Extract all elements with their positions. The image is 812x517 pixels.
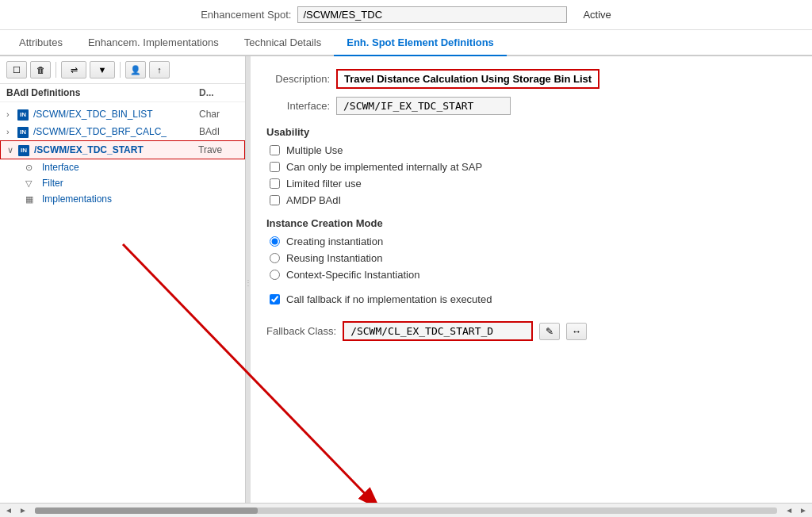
fallback-checkbox-label: Call fallback if no implementation is ex… <box>286 293 492 305</box>
fallback-checkbox[interactable] <box>270 294 280 304</box>
tree-item-bin-list[interactable]: › IN /SCWM/EX_TDC_BIN_LIST Char <box>0 105 245 123</box>
toolbar-up-btn[interactable]: ↑ <box>149 61 170 79</box>
reusing-label: Reusing Instantiation <box>286 252 382 264</box>
fallback-class-label: Fallback Class: <box>266 325 336 337</box>
right-panel: Description: Travel Distance Calculation… <box>251 56 812 508</box>
checkbox-limited-filter[interactable]: Limited filter use <box>266 178 796 190</box>
expand-icon-tdc-start: ∨ <box>7 145 18 155</box>
context-specific-label: Context-Specific Instantiation <box>286 269 419 281</box>
badi-icon-brf-calc: IN <box>17 125 30 138</box>
tree-header: BAdI Definitions D... <box>0 84 245 102</box>
limited-filter-checkbox[interactable] <box>270 178 280 189</box>
interface-label: Interface: <box>266 100 330 112</box>
multiple-use-label: Multiple Use <box>286 144 343 156</box>
fallback-edit-btn[interactable]: ✎ <box>539 323 560 340</box>
description-row: Description: Travel Distance Calculation… <box>266 69 796 89</box>
enhancement-spot-label: Enhancement Spot: <box>201 9 291 21</box>
tree-toolbar: ☐ 🗑 ⇌ ▼ 👤 ↑ <box>0 56 245 84</box>
tree-child-filter[interactable]: ▽ Filter <box>0 175 245 191</box>
badi-icon-tdc-start: IN <box>18 144 31 156</box>
multiple-use-checkbox[interactable] <box>270 145 280 155</box>
toolbar-new-btn[interactable]: ☐ <box>6 61 27 79</box>
tree-item-brf-calc[interactable]: › IN /SCWM/EX_TDC_BRF_CALC_ BAdI <box>0 123 245 140</box>
radio-reusing[interactable]: Reusing Instantiation <box>266 252 796 264</box>
context-specific-radio[interactable] <box>270 270 280 280</box>
description-value: Travel Distance Calculation Using Storag… <box>336 69 599 89</box>
tree-child-implementations[interactable]: ▦ Implementations <box>0 191 245 207</box>
toolbar-copy-btn[interactable]: ⇌ <box>61 61 86 79</box>
checkbox-amdp-badi[interactable]: AMDP BAdI <box>266 194 796 206</box>
toolbar-dropdown-btn[interactable]: ▼ <box>90 61 115 79</box>
tree-item-tdc-start[interactable]: ∨ IN /SCWM/EX_TDC_START Trave <box>0 140 245 159</box>
creating-label: Creating instantiation <box>286 236 383 247</box>
tree-child-label-implementations: Implementations <box>42 193 112 205</box>
filter-icon: ▽ <box>25 178 40 189</box>
tree-child-label-filter: Filter <box>42 178 63 189</box>
tree-label-bin-list: /SCWM/EX_TDC_BIN_LIST <box>33 109 199 120</box>
amdp-badi-checkbox[interactable] <box>270 195 280 205</box>
tree-col2-tdc-start: Trave <box>198 144 238 155</box>
fallback-class-row: Fallback Class: /SCWM/CL_EX_TDC_START_D … <box>266 321 796 341</box>
left-panel: ☐ 🗑 ⇌ ▼ 👤 ↑ BAdI Definitions D... › IN <box>0 56 246 508</box>
nav-left2-btn[interactable]: ◄ <box>783 506 795 515</box>
description-label: Description: <box>266 73 330 85</box>
tree-col2-header: D... <box>199 87 239 98</box>
top-bar: Enhancement Spot: Active <box>0 0 812 30</box>
nav-right2-btn[interactable]: ► <box>798 506 809 515</box>
toolbar-user-btn[interactable]: 👤 <box>125 61 146 79</box>
enhancement-spot-input[interactable] <box>297 6 567 23</box>
expand-icon-bin-list: › <box>6 109 17 119</box>
amdp-badi-label: AMDP BAdI <box>286 194 341 206</box>
tree-area: › IN /SCWM/EX_TDC_BIN_LIST Char › IN /SC… <box>0 102 245 508</box>
tab-bar: Attributes Enhancem. Implementations Tec… <box>0 30 812 56</box>
tree-col2-brf-calc: BAdI <box>199 126 239 137</box>
toolbar-delete-btn[interactable]: 🗑 <box>30 61 51 79</box>
tab-attributes[interactable]: Attributes <box>6 30 75 56</box>
implementations-icon: ▦ <box>25 194 40 205</box>
tree-col2-bin-list: Char <box>199 109 239 120</box>
nav-left-btn[interactable]: ◄ <box>3 506 14 515</box>
status-badge: Active <box>583 9 611 21</box>
tab-enhancem-impl[interactable]: Enhancem. Implementations <box>75 30 232 56</box>
limited-filter-label: Limited filter use <box>286 178 362 190</box>
interface-icon: ⊙ <box>25 163 40 173</box>
tab-enh-spot-element[interactable]: Enh. Spot Element Definitions <box>334 30 507 56</box>
internal-only-label: Can only be implemented internally at SA… <box>286 161 482 173</box>
internal-only-checkbox[interactable] <box>270 162 280 172</box>
reusing-radio[interactable] <box>270 253 280 263</box>
tree-col1-header: BAdI Definitions <box>6 87 199 98</box>
tab-technical-details[interactable]: Technical Details <box>232 30 335 56</box>
fallback-nav-btn[interactable]: ↔ <box>566 323 587 340</box>
expand-icon-brf-calc: › <box>6 127 17 136</box>
usability-heading: Usability <box>266 126 796 138</box>
radio-context-specific[interactable]: Context-Specific Instantiation <box>266 269 796 281</box>
checkbox-multiple-use[interactable]: Multiple Use <box>266 144 796 156</box>
tree-label-tdc-start: /SCWM/EX_TDC_START <box>34 144 198 155</box>
checkbox-internal-only[interactable]: Can only be implemented internally at SA… <box>266 161 796 173</box>
interface-row: Interface: /SCWM/IF_EX_TDC_START <box>266 97 796 115</box>
bottom-bar: ◄ ► ◄ ► <box>0 503 812 517</box>
creating-radio[interactable] <box>270 236 280 247</box>
tree-label-brf-calc: /SCWM/EX_TDC_BRF_CALC_ <box>33 126 199 137</box>
tree-child-label-interface: Interface <box>42 162 79 173</box>
fallback-class-value: /SCWM/CL_EX_TDC_START_D <box>343 321 533 341</box>
radio-creating[interactable]: Creating instantiation <box>266 236 796 247</box>
tree-child-interface[interactable]: ⊙ Interface <box>0 159 245 175</box>
fallback-checkbox-row[interactable]: Call fallback if no implementation is ex… <box>266 293 796 305</box>
badi-icon-bin-list: IN <box>17 108 30 121</box>
nav-right-btn[interactable]: ► <box>17 506 29 515</box>
instance-creation-heading: Instance Creation Mode <box>266 217 796 229</box>
interface-value: /SCWM/IF_EX_TDC_START <box>336 97 511 115</box>
